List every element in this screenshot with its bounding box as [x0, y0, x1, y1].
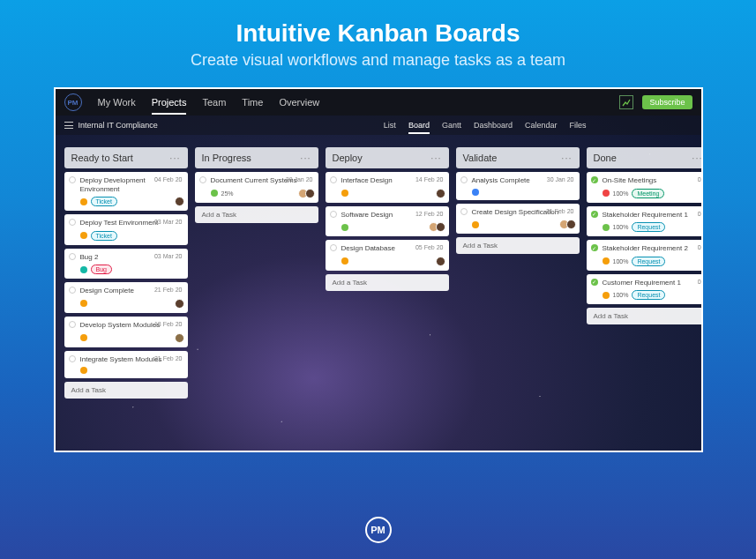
chart-icon[interactable] [619, 95, 633, 109]
kanban-card[interactable]: ✓On-Site Meetings05100%Meeting [587, 172, 701, 203]
kanban-card[interactable]: ✓Stakeholder Requirement 106100%Request [587, 206, 701, 237]
card-meta-row [341, 222, 444, 232]
view-tab-list[interactable]: List [384, 121, 396, 130]
card-avatars [431, 222, 445, 232]
card-tag[interactable]: Request [632, 222, 665, 232]
avatar[interactable] [175, 299, 184, 309]
nav-item-team[interactable]: Team [202, 97, 226, 108]
status-circle-icon[interactable] [69, 219, 76, 226]
status-circle-icon[interactable] [330, 211, 337, 218]
kanban-card[interactable]: Analysis Complete30 Jan 20 [456, 172, 580, 200]
view-tab-calendar[interactable]: Calendar [525, 121, 558, 130]
priority-dot-icon [472, 221, 479, 228]
card-avatars [438, 257, 445, 266]
view-tab-board[interactable]: Board [408, 121, 430, 134]
card-meta-row [472, 189, 574, 196]
check-icon: ✓ [591, 211, 598, 218]
column-header: Ready to Start··· [64, 147, 188, 168]
status-circle-icon[interactable] [69, 253, 76, 260]
avatar[interactable] [436, 222, 445, 232]
card-percent: 25% [221, 190, 234, 197]
check-icon: ✓ [591, 279, 598, 286]
card-tag[interactable]: Meeting [632, 189, 664, 198]
priority-dot-icon [211, 190, 218, 197]
kanban-card[interactable]: Software Design12 Feb 20 [326, 206, 449, 237]
kanban-card[interactable]: Develop System Modules18 Feb 20 [64, 317, 188, 347]
status-circle-icon[interactable] [460, 208, 468, 215]
card-date: 21 Feb 20 [154, 355, 183, 361]
view-tab-gantt[interactable]: Gantt [442, 121, 461, 130]
column-menu-icon[interactable]: ··· [169, 153, 180, 163]
card-meta-row [80, 367, 183, 374]
card-tag[interactable]: Request [632, 290, 665, 300]
card-title: Stakeholder Requirement 1 [603, 211, 701, 220]
card-meta-row [341, 189, 444, 198]
kanban-card[interactable]: Create Design Specification21 Feb 20 [456, 204, 580, 235]
status-circle-icon[interactable] [69, 321, 76, 328]
status-circle-icon[interactable] [69, 176, 76, 183]
avatar[interactable] [175, 197, 184, 206]
add-task-input[interactable]: Add a Task [587, 308, 701, 324]
status-circle-icon[interactable] [69, 287, 76, 294]
avatar[interactable] [566, 220, 576, 229]
priority-dot-icon [603, 190, 610, 197]
card-avatars [177, 197, 184, 206]
kanban-card[interactable]: Bug 203 Mar 20Bug [64, 249, 188, 280]
kanban-card[interactable]: Integrate System Modules21 Feb 20 [64, 351, 188, 379]
logo-icon[interactable]: PM [64, 93, 82, 111]
hamburger-icon[interactable] [64, 122, 73, 129]
nav-item-overview[interactable]: Overview [279, 97, 319, 108]
kanban-card[interactable]: Deploy Development Environment04 Feb 20T… [64, 172, 188, 211]
status-circle-icon[interactable] [330, 176, 337, 183]
add-task-input[interactable]: Add a Task [195, 206, 318, 223]
card-avatars [562, 220, 576, 229]
nav-item-time[interactable]: Time [242, 97, 263, 108]
card-meta-row: 100%Request [603, 290, 701, 300]
priority-dot-icon [603, 292, 610, 299]
view-tab-dashboard[interactable]: Dashboard [474, 121, 513, 130]
card-date: 05 [698, 176, 701, 183]
card-tag[interactable]: Ticket [91, 197, 117, 206]
card-percent: 100% [613, 292, 629, 298]
nav-item-my-work[interactable]: My Work [98, 97, 136, 108]
kanban-card[interactable]: Design Complete21 Feb 20 [64, 282, 188, 313]
view-tab-files[interactable]: Files [569, 121, 586, 130]
kanban-card[interactable]: ✓Customer Requirement 106100%Request [587, 274, 701, 305]
card-date: 06 [698, 279, 701, 285]
card-title: Customer Requirement 1 [603, 279, 701, 287]
avatar[interactable] [305, 189, 315, 198]
avatar[interactable] [175, 333, 184, 343]
status-circle-icon[interactable] [330, 244, 337, 251]
avatar[interactable] [436, 189, 445, 198]
kanban-card[interactable]: Design Database05 Feb 20 [326, 240, 449, 271]
subscribe-button[interactable]: Subscribe [642, 95, 692, 109]
column-menu-icon[interactable]: ··· [430, 153, 441, 163]
column-title: In Progress [202, 153, 251, 163]
column-title: Done [594, 153, 617, 163]
card-tag[interactable]: Ticket [91, 231, 117, 241]
column-menu-icon[interactable]: ··· [692, 153, 700, 163]
column-menu-icon[interactable]: ··· [561, 153, 572, 163]
card-tag[interactable]: Bug [91, 265, 112, 274]
kanban-card[interactable]: ✓Stakeholder Requirement 206100%Request [587, 240, 701, 271]
status-circle-icon[interactable] [460, 176, 468, 183]
add-task-input[interactable]: Add a Task [64, 382, 188, 399]
subbar: Internal IT Compliance ListBoardGanttDas… [56, 116, 701, 135]
add-task-input[interactable]: Add a Task [456, 237, 580, 254]
priority-dot-icon [80, 300, 87, 307]
kanban-board: Ready to Start···Deploy Development Envi… [56, 135, 701, 411]
card-meta-row [80, 333, 183, 343]
status-circle-icon[interactable] [69, 355, 76, 362]
kanban-card[interactable]: Interface Design14 Feb 20 [326, 172, 449, 203]
status-circle-icon[interactable] [199, 176, 206, 183]
add-task-input[interactable]: Add a Task [326, 274, 449, 291]
avatar[interactable] [436, 257, 445, 266]
nav-item-projects[interactable]: Projects [152, 97, 187, 115]
card-date: 18 Feb 20 [154, 321, 183, 327]
column: In Progress···Document Current Systems28… [195, 147, 318, 399]
priority-dot-icon [341, 190, 348, 197]
card-tag[interactable]: Request [632, 257, 665, 266]
kanban-card[interactable]: Document Current Systems28 Jan 2025% [195, 172, 318, 203]
column-menu-icon[interactable]: ··· [300, 153, 311, 163]
kanban-card[interactable]: Deploy Test Environment03 Mar 20Ticket [64, 214, 188, 245]
